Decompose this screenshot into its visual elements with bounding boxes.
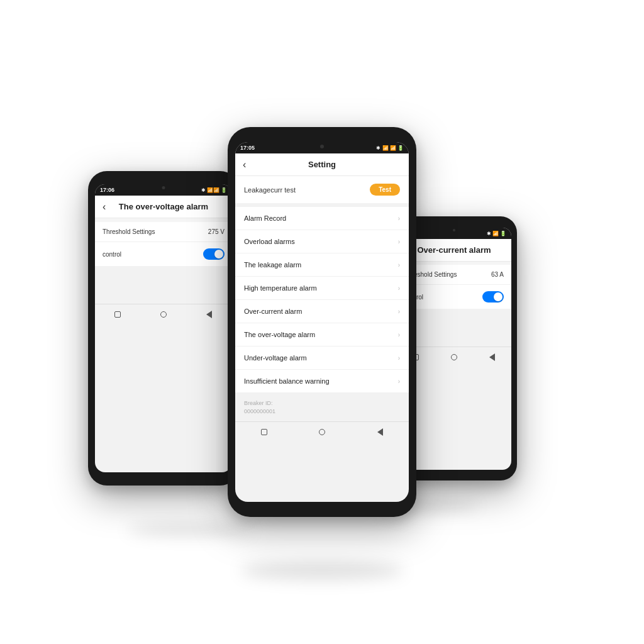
left-status-bar: 17:06 ✱ 📶📶 🔋 [95,184,232,196]
menu-item-under-voltage[interactable]: Under-voltage alarm › [235,347,409,370]
left-status-icons: ✱ 📶📶 🔋 [201,187,227,193]
left-title: The over-voltage alarm [103,202,225,211]
alarm-record-chevron: › [398,215,400,222]
overload-alarms-chevron: › [398,238,400,245]
under-voltage-label: Under-voltage alarm [244,354,307,362]
left-control-label: control [103,251,121,258]
under-voltage-chevron: › [398,355,400,362]
phone-left-screen: 17:06 ✱ 📶📶 🔋 ‹ The over-voltage alarm Th… [95,184,232,472]
right-control-toggle[interactable] [482,291,504,303]
phone-left: 17:06 ✱ 📶📶 🔋 ‹ The over-voltage alarm Th… [88,171,239,486]
alarm-record-label: Alarm Record [244,214,286,222]
center-title: Setting [243,160,401,169]
center-status-icons: ✱ 📶 📶 🔋 [376,145,404,151]
right-status-icons: ✱ 📶 🔋 [487,231,506,236]
phone-shadow-center [240,561,404,580]
left-content: Threshold Settings 275 V control [95,218,232,304]
menu-item-high-temp[interactable]: High temperature alarm › [235,277,409,300]
breaker-id-section: Breaker ID: 0000000001 [235,393,409,421]
phone-shadow-left [127,523,253,536]
leakage-alarm-label: The leakage alarm [244,261,301,269]
left-nav-triangle[interactable] [204,309,214,319]
phone-center-screen: 17:05 ✱ 📶 📶 🔋 ‹ Setting Leakagecurr test… [235,142,409,502]
menu-item-over-current[interactable]: Over-current alarm › [235,300,409,323]
menu-item-leakage-alarm[interactable]: The leakage alarm › [235,253,409,277]
high-temp-chevron: › [398,285,400,292]
menu-item-balance-warning[interactable]: Insufficient balance warning › [235,370,409,393]
left-nav-square[interactable] [113,309,123,319]
center-header: ‹ Setting [235,153,409,176]
left-nav-bar [95,304,232,325]
phone-center: 17:05 ✱ 📶 📶 🔋 ‹ Setting Leakagecurr test… [228,127,416,517]
left-nav-circle[interactable] [158,309,169,319]
center-nav-circle[interactable] [317,427,327,437]
overload-alarms-label: Overload alarms [244,238,295,245]
left-header: ‹ The over-voltage alarm [95,196,232,218]
right-nav-triangle[interactable] [487,352,497,362]
center-nav-bar [235,421,409,442]
leakage-test-row: Leakagecurr test Test [235,176,409,203]
menu-item-over-voltage[interactable]: The over-voltage alarm › [235,323,409,347]
menu-item-overload-alarms[interactable]: Overload alarms › [235,230,409,253]
test-button[interactable]: Test [370,184,400,196]
right-threshold-value: 63 A [491,271,504,278]
right-nav-circle[interactable] [449,352,459,362]
left-time: 17:06 [100,187,114,193]
leakage-alarm-chevron: › [398,262,400,269]
over-current-label: Over-current alarm [244,308,302,315]
left-threshold-label: Threshold Settings [103,228,155,235]
over-voltage-label: The over-voltage alarm [244,331,315,338]
center-status-bar: 17:05 ✱ 📶 📶 🔋 [235,142,409,153]
high-temp-label: High temperature alarm [244,284,317,292]
leakage-label: Leakagecurr test [244,186,296,194]
center-nav-triangle[interactable] [375,427,385,437]
over-voltage-chevron: › [398,331,400,338]
balance-warning-chevron: › [398,378,400,385]
over-current-chevron: › [398,308,400,315]
center-back-button[interactable]: ‹ [243,159,246,170]
breaker-id-value: 0000000001 [244,408,400,416]
left-back-button[interactable]: ‹ [103,201,106,213]
balance-warning-label: Insufficient balance warning [244,377,330,385]
left-gray-bg [95,266,232,304]
breaker-id-label: Breaker ID: [244,399,400,408]
menu-list: Alarm Record › Overload alarms › The lea… [235,207,409,393]
center-time: 17:05 [240,145,255,151]
left-control-toggle[interactable] [203,248,225,260]
left-threshold-row: Threshold Settings 275 V [95,222,232,242]
right-title: Over-current alarm [404,245,504,255]
menu-item-alarm-record[interactable]: Alarm Record › [235,207,409,230]
center-nav-square[interactable] [259,427,269,437]
left-threshold-value: 275 V [208,228,225,235]
left-control-row: control [95,242,232,266]
